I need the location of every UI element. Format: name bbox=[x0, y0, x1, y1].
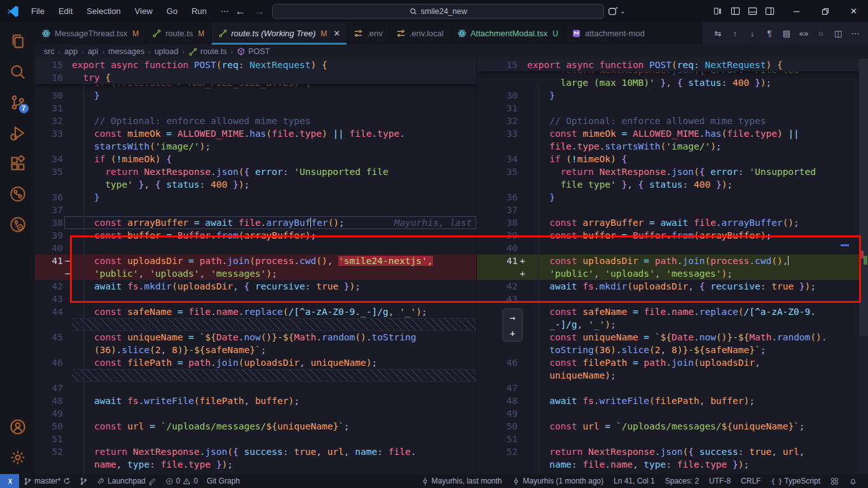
breadcrumb-item-src[interactable]: src bbox=[44, 47, 55, 56]
code-row[interactable]: 41+ const uploadsDir = path.join(process… bbox=[477, 254, 859, 267]
close-window-button[interactable]: ✕ bbox=[839, 0, 868, 22]
code-row[interactable]: file type' }, { status: 400 }); bbox=[477, 178, 859, 191]
nav-back-button[interactable]: ← bbox=[235, 6, 245, 17]
toggle-secondary-sidebar-icon[interactable] bbox=[765, 6, 775, 16]
restore-button[interactable] bbox=[811, 0, 839, 22]
code-row[interactable]: 46 const filePath = path.join(uploadsDir… bbox=[35, 356, 476, 369]
code-row[interactable]: 34 if (!mimeOk) { bbox=[35, 153, 476, 165]
close-icon[interactable]: ✕ bbox=[333, 29, 340, 38]
code-row[interactable]: if (!file.size > MAX_FILE_SIZE_BYTES) { bbox=[35, 84, 476, 89]
status-blame-right[interactable]: Mayurhis (1 month ago) bbox=[507, 474, 608, 488]
status-git-graph[interactable]: Git Graph bbox=[202, 474, 244, 488]
diff-pane-original[interactable]: if (!file.size > MAX_FILE_SIZE_BYTES) {3… bbox=[35, 59, 476, 474]
minimize-button[interactable]: ─ bbox=[782, 0, 811, 22]
status-encoding[interactable]: UTF-8 bbox=[705, 474, 735, 488]
code-rows[interactable]: if (!file.size > MAX_FILE_SIZE_BYTES) {3… bbox=[35, 84, 476, 471]
overview-ruler[interactable] bbox=[859, 59, 868, 474]
code-row[interactable]: startsWith('image/'); bbox=[35, 140, 476, 153]
code-row[interactable]: 46 const filePath = path.join(uploadsDir… bbox=[477, 356, 859, 369]
menu-more[interactable]: ⋯ bbox=[214, 4, 236, 19]
code-row[interactable]: 31 bbox=[477, 102, 859, 115]
code-row[interactable]: 51 bbox=[35, 433, 476, 445]
code-row[interactable]: 44 const safeName = file.name.replace(/[… bbox=[477, 305, 859, 318]
status-feedback[interactable] bbox=[826, 474, 843, 488]
menu-selection[interactable]: Selection bbox=[79, 4, 127, 19]
code-row[interactable]: 47 bbox=[477, 382, 859, 394]
code-row[interactable]: 52 return NextResponse.json({ success: t… bbox=[477, 445, 859, 458]
code-row[interactable]: 35 return NextResponse.json({ error: 'Un… bbox=[35, 165, 476, 178]
code-row[interactable]: 32 // Optional: enforce allowed mime typ… bbox=[35, 115, 476, 127]
code-row[interactable]: 15export async function POST(req: NextRe… bbox=[35, 59, 476, 71]
tab-attachmentmodal.tsx[interactable]: AttachmentModal.tsxU bbox=[451, 22, 565, 45]
code-row[interactable]: 38 const arrayBuffer = await file.arrayB… bbox=[35, 216, 476, 229]
code-row[interactable]: 50 const url = `/uploads/messages/${uniq… bbox=[477, 420, 859, 433]
status-problems[interactable]: 00 bbox=[161, 474, 202, 488]
diff-filler-row[interactable] bbox=[35, 318, 476, 331]
code-row[interactable]: 47 bbox=[35, 382, 476, 394]
code-row[interactable]: 36 } bbox=[35, 191, 476, 204]
code-row[interactable]: 33 const mimeOk = ALLOWED_MIME.has(file.… bbox=[477, 127, 859, 140]
nav-forward-button[interactable]: → bbox=[254, 6, 265, 17]
status-git-graph-branch[interactable] bbox=[75, 474, 92, 488]
diff-editor[interactable]: if (!file.size > MAX_FILE_SIZE_BYTES) {3… bbox=[35, 59, 868, 474]
code-row[interactable]: 41− const uploadsDir = path.join(process… bbox=[35, 254, 476, 267]
status-notifications[interactable] bbox=[844, 474, 862, 488]
customize-layout-icon[interactable] bbox=[713, 6, 723, 16]
toggle-inline-view-icon[interactable]: «» bbox=[797, 27, 810, 41]
tab-attachment-mod[interactable]: attachment-mod bbox=[565, 22, 651, 45]
code-row[interactable]: (36).slice(2, 8)}-${safeName}`; bbox=[35, 344, 476, 356]
code-row[interactable]: 43 bbox=[477, 293, 859, 305]
command-center-search[interactable]: smile24_new bbox=[272, 4, 604, 19]
menu-view[interactable]: View bbox=[128, 4, 160, 19]
code-row[interactable]: 39 const buffer = Buffer.from(arrayBuffe… bbox=[477, 229, 859, 242]
activity-accounts[interactable] bbox=[3, 412, 33, 442]
status-blame-left[interactable]: Mayurhis, last month bbox=[417, 474, 507, 488]
breadcrumb[interactable]: src›app›api›messages›upload›route.ts›POS… bbox=[35, 45, 868, 59]
code-row[interactable]: 45 const uniqueName = `${Date.now()}-${M… bbox=[35, 331, 476, 344]
menu-run[interactable]: Run bbox=[184, 4, 214, 19]
code-row[interactable]: 40 bbox=[35, 242, 476, 254]
breadcrumb-item-upload[interactable]: upload bbox=[155, 47, 179, 56]
code-row[interactable]: 30 } bbox=[477, 89, 859, 102]
open-changes-icon[interactable]: ⇆ bbox=[712, 27, 724, 41]
scrollbar-slider[interactable] bbox=[859, 59, 868, 336]
code-row[interactable]: 37 bbox=[477, 204, 859, 216]
tab-.env[interactable]: .env bbox=[347, 22, 390, 45]
code-row[interactable]: 35 return NextResponse.json({ error: 'Un… bbox=[477, 165, 859, 178]
tab-route.ts[interactable]: route.tsM bbox=[146, 22, 211, 45]
activity-git-graph-view[interactable] bbox=[3, 179, 33, 209]
stage-change-button[interactable]: + bbox=[510, 328, 515, 338]
code-row[interactable]: name, type: file.type }); bbox=[35, 458, 476, 471]
code-row[interactable]: + 'public', 'uploads', 'messages'); bbox=[477, 267, 859, 280]
tab-route.ts-working-tree-[interactable]: route.ts (Working Tree)M✕ bbox=[212, 22, 348, 45]
code-row[interactable]: 45 const uniqueName = `${Date.now()}-${M… bbox=[477, 331, 859, 344]
breadcrumb-item-app[interactable]: app bbox=[64, 47, 78, 56]
code-row[interactable]: 43 bbox=[35, 293, 476, 305]
code-row[interactable]: toString(36).slice(2, 8)}-${safeName}`; bbox=[477, 344, 859, 356]
code-row[interactable]: uniqueName); bbox=[477, 369, 859, 382]
status-launchpad[interactable]: Launchpad bbox=[92, 474, 160, 488]
status-remote-indicator[interactable] bbox=[0, 474, 19, 488]
status-language-mode[interactable]: { }TypeScript bbox=[766, 474, 825, 488]
synchronized-scrolling-icon[interactable]: ○ bbox=[815, 27, 827, 41]
code-row[interactable]: 51 bbox=[477, 433, 859, 445]
code-row[interactable]: return NextResponse.json({ error: 'File … bbox=[477, 71, 859, 76]
tab-.env.local[interactable]: .env.local bbox=[390, 22, 451, 45]
diff-change-widget[interactable]: → + bbox=[502, 309, 523, 342]
activity-settings[interactable] bbox=[3, 442, 33, 473]
code-row[interactable]: 48 await fs.writeFile(filePath, buffer); bbox=[35, 394, 476, 407]
code-row[interactable]: name: file.name, type: file.type }); bbox=[477, 458, 859, 471]
code-row[interactable]: 44 const safeName = file.name.replace(/[… bbox=[35, 305, 476, 318]
code-row[interactable]: 42 await fs.mkdir(uploadsDir, { recursiv… bbox=[35, 280, 476, 293]
revert-change-button[interactable]: → bbox=[510, 312, 515, 323]
diff-pane-modified[interactable]: return NextResponse.json({ error: 'File … bbox=[477, 59, 859, 474]
code-row[interactable]: 42 await fs.mkdir(uploadsDir, { recursiv… bbox=[477, 280, 859, 293]
code-row[interactable]: 40 bbox=[477, 242, 859, 254]
code-row[interactable]: 37 bbox=[35, 204, 476, 216]
activity-explorer[interactable] bbox=[3, 26, 33, 57]
tab-messagethread.tsx[interactable]: MessageThread.tsxM bbox=[35, 22, 146, 45]
code-row[interactable]: 49 bbox=[477, 407, 859, 420]
toggle-panel-icon[interactable] bbox=[748, 6, 757, 16]
code-row[interactable]: 30 } bbox=[35, 89, 476, 102]
code-row[interactable]: 38 const arrayBuffer = await file.arrayB… bbox=[477, 216, 859, 229]
